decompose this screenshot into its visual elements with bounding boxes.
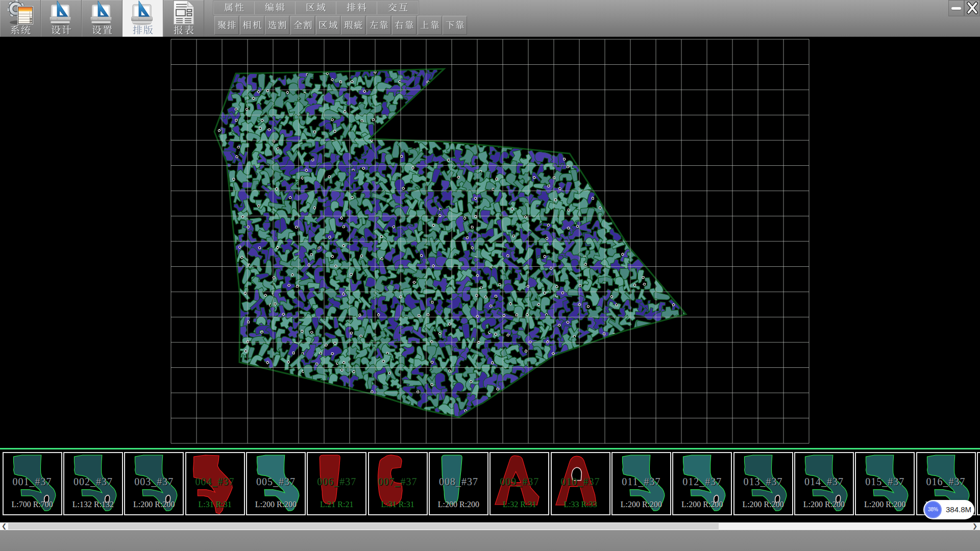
memory-badge: 38% 384.8M [923,500,974,519]
part-cell-007_#37[interactable]: 007_#37L:31 R:31 [368,452,428,515]
part-lr-count: L:31 R:31 [186,500,244,509]
app-button-label [92,25,112,36]
app-button-design[interactable] [41,0,82,37]
menu-tab-label [388,3,408,13]
menu-tab-label [347,3,366,13]
canvas-drawing [0,37,980,448]
scroll-left-arrow[interactable]: ❮ [0,522,8,530]
part-lr-count: L:200 R:200 [673,500,731,509]
tool-button-8[interactable] [418,16,442,35]
part-lr-count: L:31 R:31 [369,500,427,509]
design-board-icon [48,1,74,25]
tool-button-5[interactable] [341,16,365,35]
part-name: 004_#37 [186,476,244,488]
tool-button-label [446,20,464,31]
part-cell-011_#37[interactable]: 011_#37L:200 R:200 [611,452,671,515]
top-toolbar [0,0,980,37]
menu-tab-label [265,3,285,13]
tool-button-9[interactable] [443,16,467,35]
part-cell-002_#37[interactable]: 002_#37L:132 R:132 [63,452,123,515]
app-button-label [51,25,71,36]
app-button-settings[interactable] [82,0,122,37]
tool-button-6[interactable] [366,16,391,35]
part-cell-008_#37[interactable]: 008_#37L:200 R:200 [429,452,488,515]
part-lr-count: L:200 R:200 [247,500,305,509]
menu-tab-3[interactable] [336,2,377,14]
tool-button-0[interactable] [214,16,239,35]
menu-tab-4[interactable] [377,2,418,14]
part-lr-count: L:132 R:132 [64,500,122,509]
notebook [18,7,32,24]
app-button-nesting[interactable] [122,0,163,37]
app-button-report[interactable] [163,0,204,37]
part-name: 003_#37 [125,476,183,488]
scrollbar-thumb[interactable] [8,522,719,530]
settings-board-icon [89,1,115,25]
tool-button-label [395,20,413,31]
menu-tab-1[interactable] [255,2,296,14]
app-mode-bar [0,0,205,37]
tool-button-1[interactable] [240,16,264,35]
status-bar [0,530,980,551]
scroll-right-arrow[interactable]: ❯ [971,522,979,530]
part-cell-015_#37[interactable]: 015_#37L:200 R:200 [855,452,915,515]
minimize-button[interactable] [948,0,964,16]
tool-button-7[interactable] [392,16,416,35]
tool-button-label [242,20,261,31]
part-name: 014_#37 [795,476,853,488]
window-controls [948,0,980,17]
tool-buttons-row [214,16,468,35]
tool-button-label [420,20,439,31]
part-lr-count: L:200 R:200 [430,500,487,509]
app-button-label [133,25,153,36]
app-button-system[interactable] [0,0,41,37]
part-name: 008_#37 [430,476,487,488]
part-cell-013_#37[interactable]: 013_#37L:200 R:200 [733,452,793,515]
part-lr-count: L:33 R:33 [552,500,609,509]
parts-strip: 001_#37L:700 R:700002_#37L:132 R:132003_… [0,449,980,522]
part-cell-005_#37[interactable]: 005_#37L:200 R:200 [246,452,306,515]
part-cell-012_#37[interactable]: 012_#37L:200 R:200 [672,452,732,515]
part-cell-003_#37[interactable]: 003_#37L:200 R:200 [124,452,184,515]
part-name: 010_#37 [552,476,609,488]
part-cell-009_#37[interactable]: 009_#37L:32 R:31 [489,452,549,515]
part-name: 005_#37 [247,476,305,488]
part-lr-count: L:200 R:200 [125,500,183,509]
part-cell-017_#37[interactable]: 017_#37L:200 R:200 [977,452,980,515]
tool-button-label [370,20,388,31]
tool-button-3[interactable] [290,16,315,35]
part-lr-count: L:200 R:200 [856,500,914,509]
part-lr-count: L:32 R:31 [491,500,548,509]
horizontal-scrollbar[interactable]: ❮ ❯ [0,522,980,530]
part-name: 009_#37 [491,476,548,488]
part-cell-004_#37[interactable]: 004_#37L:31 R:31 [185,452,245,515]
system-gear-icon [8,1,33,25]
menu-tabs [213,1,419,15]
part-name: 012_#37 [673,476,731,488]
part-cell-010_#37[interactable]: 010_#37L:33 R:33 [551,452,610,515]
nesting-canvas[interactable] [0,37,980,448]
part-name: 002_#37 [64,476,122,488]
tool-button-2[interactable] [265,16,289,35]
part-cell-006_#37[interactable]: 006_#37L:21 R:21 [307,452,366,515]
app-button-label [10,25,31,36]
report-doc-icon [171,1,197,25]
close-button[interactable] [964,0,980,16]
part-name: 017_#37 [978,476,980,488]
memory-value: 384.8M [946,500,971,519]
tool-button-label [318,20,337,31]
part-name: 006_#37 [308,476,365,488]
menu-tab-label [306,3,326,13]
part-lr-count: L:200 R:200 [795,500,853,509]
menu-tab-label [224,3,244,13]
tool-button-label [268,20,287,31]
part-lr-count: L:21 R:21 [308,500,365,509]
part-cell-014_#37[interactable]: 014_#37L:200 R:200 [794,452,854,515]
tool-button-4[interactable] [316,16,340,35]
part-lr-count: L:700 R:700 [4,500,61,509]
progress-circle: 38% [924,501,942,518]
part-cell-001_#37[interactable]: 001_#37L:700 R:700 [3,452,62,515]
menu-tab-2[interactable] [296,2,336,14]
part-name: 011_#37 [612,476,670,488]
menu-tab-0[interactable] [214,2,255,14]
